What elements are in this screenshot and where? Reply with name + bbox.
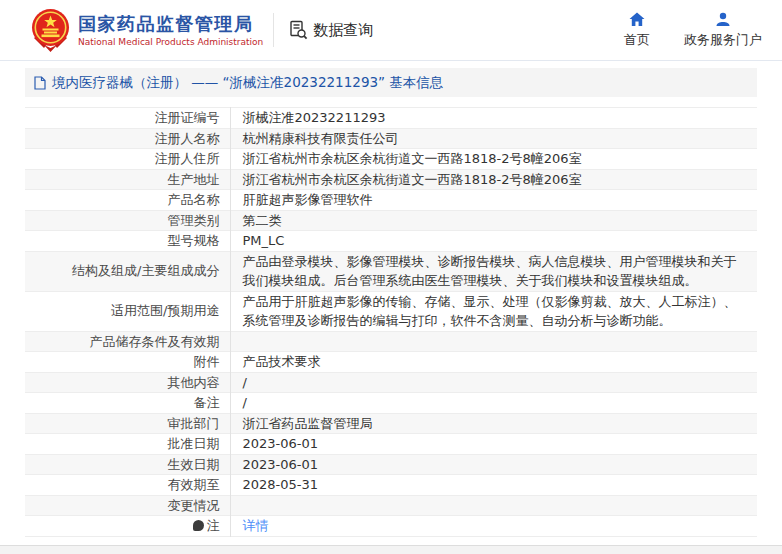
row-value: 2028-05-31 bbox=[230, 475, 757, 496]
row-value: 详情 bbox=[230, 516, 757, 537]
row-label: 备注 bbox=[25, 393, 230, 414]
row-value: 浙江省药品监督管理局 bbox=[230, 413, 757, 434]
section-title-bar: 境内医疗器械（注册） —— “浙械注准20232211293” 基本信息 bbox=[25, 68, 757, 97]
row-value: / bbox=[230, 393, 757, 414]
agency-name: 国家药品监督管理局 National Medical Products Admi… bbox=[78, 13, 263, 47]
row-label: 其他内容 bbox=[25, 372, 230, 393]
row-label: 注 bbox=[25, 516, 230, 537]
table-row: 注册证编号浙械注准20232211293 bbox=[25, 108, 757, 129]
row-value: 杭州精康科技有限责任公司 bbox=[230, 128, 757, 149]
table-row: 备注/ bbox=[25, 393, 757, 414]
page-footer bbox=[0, 545, 782, 554]
content: 境内医疗器械（注册） —— “浙械注准20232211293” 基本信息 注册证… bbox=[0, 61, 782, 537]
table-row: 生效日期2023-06-01 bbox=[25, 454, 757, 475]
row-label: 注册证编号 bbox=[25, 108, 230, 129]
data-query-icon bbox=[288, 20, 308, 40]
table-row: 注册人住所浙江省杭州市余杭区余杭街道文一西路1818-2号8幢206室 bbox=[25, 149, 757, 170]
header-divider bbox=[273, 13, 274, 47]
table-row: 注册人名称杭州精康科技有限责任公司 bbox=[25, 128, 757, 149]
table-row: 结构及组成/主要组成成分产品由登录模块、影像管理模块、诊断报告模块、病人信息模块… bbox=[25, 251, 757, 291]
row-label: 生产地址 bbox=[25, 169, 230, 190]
header-nav: 首页 政务服务门户 bbox=[624, 12, 764, 49]
table-row: 型号规格PM_LC bbox=[25, 231, 757, 252]
table-row: 产品名称肝脏超声影像管理软件 bbox=[25, 190, 757, 211]
table-row: 产品储存条件及有效期 bbox=[25, 331, 757, 352]
row-value bbox=[230, 495, 757, 516]
table-row: 审批部门浙江省药品监督管理局 bbox=[25, 413, 757, 434]
row-label: 批准日期 bbox=[25, 434, 230, 455]
row-value: 产品由登录模块、影像管理模块、诊断报告模块、病人信息模块、用户管理模块和关于我们… bbox=[230, 251, 757, 291]
section-title: 境内医疗器械（注册） —— “浙械注准20232211293” 基本信息 bbox=[52, 74, 443, 92]
nav-portal-label: 政务服务门户 bbox=[684, 31, 762, 49]
table-row: 附件产品技术要求 bbox=[25, 352, 757, 373]
nav-home[interactable]: 首页 bbox=[624, 12, 650, 49]
row-label: 管理类别 bbox=[25, 210, 230, 231]
document-icon bbox=[34, 76, 46, 90]
nmpa-logo[interactable]: 国家药品监督管理局 National Medical Products Admi… bbox=[30, 8, 263, 53]
row-value: 产品用于肝脏超声影像的传输、存储、显示、处理（仅影像剪裁、放大、人工标注）、系统… bbox=[230, 291, 757, 331]
table-row: 批准日期2023-06-01 bbox=[25, 434, 757, 455]
row-value: 浙江省杭州市余杭区余杭街道文一西路1818-2号8幢206室 bbox=[230, 149, 757, 170]
row-value: / bbox=[230, 372, 757, 393]
row-label: 附件 bbox=[25, 352, 230, 373]
table-row: 其他内容/ bbox=[25, 372, 757, 393]
agency-name-cn: 国家药品监督管理局 bbox=[78, 13, 263, 35]
row-label: 产品储存条件及有效期 bbox=[25, 331, 230, 352]
table-row: 适用范围/预期用途产品用于肝脏超声影像的传输、存储、显示、处理（仅影像剪裁、放大… bbox=[25, 291, 757, 331]
national-emblem-icon bbox=[30, 8, 71, 53]
row-value: 2023-06-01 bbox=[230, 454, 757, 475]
row-label: 型号规格 bbox=[25, 231, 230, 252]
registration-info-table: 注册证编号浙械注准20232211293注册人名称杭州精康科技有限责任公司注册人… bbox=[25, 107, 757, 537]
page: 国家药品监督管理局 National Medical Products Admi… bbox=[0, 0, 782, 554]
row-label: 有效期至 bbox=[25, 475, 230, 496]
table-row: 管理类别第二类 bbox=[25, 210, 757, 231]
home-icon bbox=[629, 12, 645, 27]
table-row: 变更情况 bbox=[25, 495, 757, 516]
row-value: 产品技术要求 bbox=[230, 352, 757, 373]
row-value: PM_LC bbox=[230, 231, 757, 252]
row-value: 肝脏超声影像管理软件 bbox=[230, 190, 757, 211]
table-row: 生产地址浙江省杭州市余杭区余杭街道文一西路1818-2号8幢206室 bbox=[25, 169, 757, 190]
row-value bbox=[230, 331, 757, 352]
row-label: 产品名称 bbox=[25, 190, 230, 211]
table-row: 有效期至2028-05-31 bbox=[25, 475, 757, 496]
user-icon bbox=[715, 12, 731, 27]
row-label: 生效日期 bbox=[25, 454, 230, 475]
table-row: 注详情 bbox=[25, 516, 757, 537]
row-label: 结构及组成/主要组成成分 bbox=[25, 251, 230, 291]
data-query-label: 数据查询 bbox=[313, 21, 373, 40]
detail-link[interactable]: 详情 bbox=[243, 518, 269, 533]
row-value: 第二类 bbox=[230, 210, 757, 231]
nav-home-label: 首页 bbox=[624, 31, 650, 49]
data-query-link[interactable]: 数据查询 bbox=[288, 20, 373, 40]
site-header: 国家药品监督管理局 National Medical Products Admi… bbox=[0, 0, 782, 61]
row-value: 2023-06-01 bbox=[230, 434, 757, 455]
row-value: 浙械注准20232211293 bbox=[230, 108, 757, 129]
row-label: 审批部门 bbox=[25, 413, 230, 434]
nav-portal[interactable]: 政务服务门户 bbox=[684, 12, 762, 49]
agency-name-en: National Medical Products Administration bbox=[78, 37, 263, 47]
row-label: 变更情况 bbox=[25, 495, 230, 516]
row-label: 注册人名称 bbox=[25, 128, 230, 149]
comment-icon bbox=[193, 520, 204, 531]
row-value: 浙江省杭州市余杭区余杭街道文一西路1818-2号8幢206室 bbox=[230, 169, 757, 190]
row-label: 适用范围/预期用途 bbox=[25, 291, 230, 331]
row-label: 注册人住所 bbox=[25, 149, 230, 170]
